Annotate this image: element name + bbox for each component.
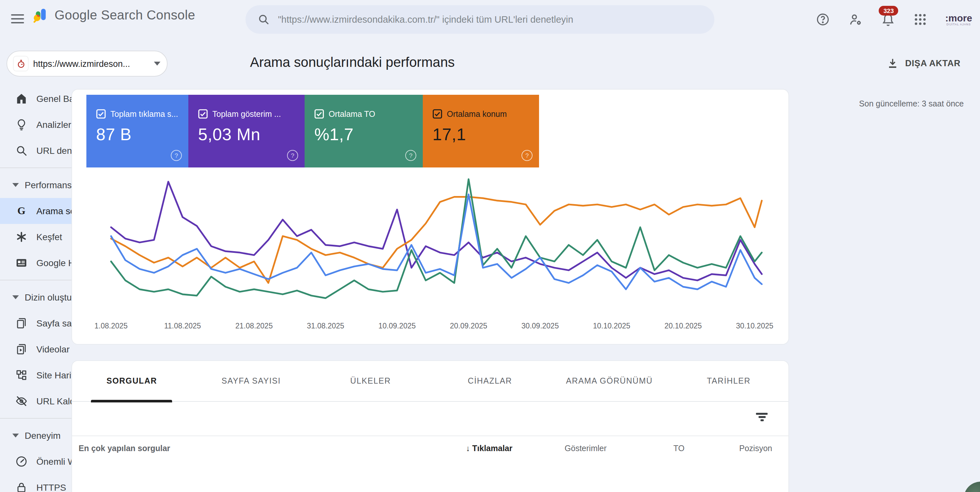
x-axis-label: 30.10.2025 <box>736 322 773 330</box>
metric-value: 17,1 <box>433 125 466 145</box>
property-selector[interactable]: https://www.izmirdeson... <box>6 51 167 76</box>
tab-ci̇hazlar[interactable]: CİHAZLAR <box>430 361 550 401</box>
metric-value: %1,7 <box>314 125 354 145</box>
app-title: Google Search Console <box>54 8 195 23</box>
checkbox-checked-icon[interactable] <box>433 109 442 119</box>
speedometer-icon <box>15 455 28 468</box>
metric-label: Ortalama TO <box>329 110 375 119</box>
last-update-text: Son güncelleme: 3 saat önce <box>859 99 964 108</box>
x-axis-label: 20.10.2025 <box>664 322 702 330</box>
property-value: https://www.izmirdeson... <box>33 59 149 68</box>
performance-line-chart[interactable]: 1.08.202511.08.202521.08.202531.08.20251… <box>86 173 775 335</box>
export-label: DIŞA AKTAR <box>905 59 961 68</box>
metric-help-icon[interactable]: ? <box>171 150 182 161</box>
x-axis-label: 11.08.2025 <box>164 322 200 330</box>
tab-sorgular[interactable]: SORGULAR <box>72 361 192 401</box>
metric-cards: Toplam tıklama s... 87 B ? Toplam göster… <box>86 95 539 167</box>
tab-sayfa-sayisi[interactable]: SAYFA SAYISI <box>192 361 311 401</box>
video-icon <box>15 343 28 356</box>
chevron-down-icon <box>12 295 19 299</box>
table-column-header-tıklamalar[interactable]: ↓ Tıklamalar <box>415 444 512 453</box>
metric-card-ortalama-konum[interactable]: Ortalama konum 17,1 ? <box>423 95 539 167</box>
account-logo-caption: DİJİTAL AJANS <box>947 23 971 26</box>
metric-value: 87 B <box>96 125 132 145</box>
dimensions-table-card: SORGULARSAYFA SAYISIÜLKELERCİHAZLARARAMA… <box>72 360 789 492</box>
chevron-down-icon <box>154 62 161 65</box>
table-column-header-pozisyon[interactable]: Pozisyon <box>684 444 772 453</box>
x-axis-label: 21.08.2025 <box>235 322 273 330</box>
checkbox-checked-icon[interactable] <box>198 109 208 119</box>
checkbox-checked-icon[interactable] <box>314 109 324 119</box>
app-root: Google Search Console "https://www.izmir… <box>0 0 980 492</box>
export-button[interactable]: DIŞA AKTAR <box>886 57 961 70</box>
metric-card-ortalama-to[interactable]: Ortalama TO %1,7 ? <box>305 95 423 167</box>
search-icon <box>257 13 270 26</box>
performance-chart-card: Toplam tıklama s... 87 B ? Toplam göster… <box>72 89 789 344</box>
asterisk-icon <box>15 230 28 243</box>
metric-help-icon[interactable]: ? <box>405 150 416 161</box>
news-icon <box>15 256 28 269</box>
account-avatar[interactable]: :more DİJİTAL AJANS <box>945 13 972 26</box>
property-favicon-icon <box>14 57 28 71</box>
dimension-tabs: SORGULARSAYFA SAYISIÜLKELERCİHAZLARARAMA… <box>72 361 788 402</box>
top-header: Google Search Console "https://www.izmir… <box>0 0 980 39</box>
x-axis-label: 1.08.2025 <box>94 322 127 330</box>
metric-card-toplam-gösterim-[interactable]: Toplam gösterim ... 5,03 Mn ? <box>188 95 305 167</box>
g-icon: G <box>15 205 28 217</box>
notifications-bell-icon[interactable]: 323 <box>880 12 896 27</box>
x-axis-label: 10.09.2025 <box>378 322 416 330</box>
lock-icon <box>15 481 28 492</box>
search-icon <box>15 144 28 157</box>
tab-tari̇hler[interactable]: TARİHLER <box>669 361 788 401</box>
tab-arama-görünümü[interactable]: ARAMA GÖRÜNÜMÜ <box>550 361 669 401</box>
filter-list-icon[interactable] <box>756 413 768 422</box>
eye-off-icon <box>15 395 28 408</box>
url-inspect-search[interactable]: "https://www.izmirdesondakika.com.tr/" i… <box>245 5 714 34</box>
page-title: Arama sonuçlarındaki performans <box>250 54 455 70</box>
home-icon <box>15 92 28 105</box>
x-axis-label: 20.09.2025 <box>450 322 487 330</box>
metric-help-icon[interactable]: ? <box>522 150 533 161</box>
x-axis-label: 31.08.2025 <box>307 322 344 330</box>
menu-icon[interactable] <box>11 14 24 25</box>
x-axis-label: 10.10.2025 <box>593 322 630 330</box>
metric-label: Toplam gösterim ... <box>212 110 281 119</box>
help-icon[interactable] <box>815 12 831 27</box>
search-console-logo-icon <box>31 6 49 24</box>
table-toolbar <box>72 402 788 436</box>
chevron-down-icon <box>12 183 19 187</box>
metric-label: Toplam tıklama s... <box>110 110 178 119</box>
pages-icon <box>15 317 28 330</box>
account-logo-text: :more <box>945 13 972 22</box>
metric-label: Ortalama konum <box>447 110 507 119</box>
table-header-row: En çok yapılan sorgular↓ TıklamalarGöste… <box>72 436 788 453</box>
search-placeholder: "https://www.izmirdesondakika.com.tr/" i… <box>278 14 573 25</box>
checkbox-checked-icon[interactable] <box>96 109 106 119</box>
metric-value: 5,03 Mn <box>198 125 261 145</box>
download-icon <box>886 57 899 70</box>
x-axis-label: 30.09.2025 <box>522 322 559 330</box>
metric-card-toplam-tıklama-s-[interactable]: Toplam tıklama s... 87 B ? <box>86 95 188 167</box>
table-first-column-header[interactable]: En çok yapılan sorgular <box>79 444 415 453</box>
lightbulb-icon <box>15 118 28 131</box>
chart-line-ortalama-to <box>111 179 762 298</box>
notification-badge: 323 <box>879 6 899 16</box>
table-column-header-to[interactable]: TO <box>606 444 684 453</box>
metric-help-icon[interactable]: ? <box>287 150 298 161</box>
app-logo[interactable]: Google Search Console <box>31 6 195 24</box>
table-column-header-gösterimler[interactable]: Gösterimler <box>512 444 606 453</box>
user-settings-icon[interactable] <box>848 12 864 27</box>
apps-grid-icon[interactable] <box>913 12 928 27</box>
tab-ülkeler[interactable]: ÜLKELER <box>311 361 430 401</box>
chevron-down-icon <box>12 433 19 438</box>
sitemap-icon <box>15 369 28 382</box>
